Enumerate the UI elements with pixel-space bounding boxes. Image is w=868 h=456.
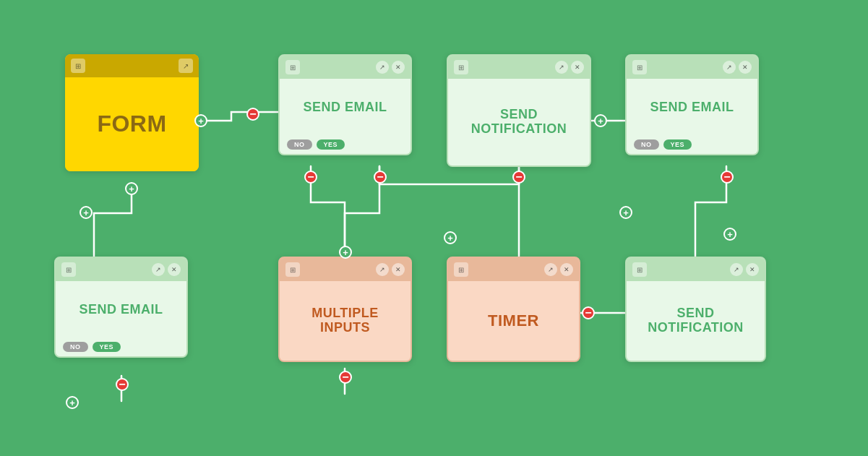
- se3-right-plus[interactable]: +: [619, 206, 632, 219]
- se1-edit-btn[interactable]: ↗: [376, 61, 389, 74]
- form-header: ⊞ ↗: [65, 54, 199, 77]
- se1-yes-badge: YES: [317, 139, 345, 150]
- mi-top-plus[interactable]: +: [339, 246, 352, 259]
- se3-yes-minus[interactable]: −: [721, 171, 734, 184]
- sn2-view-icon[interactable]: ⊞: [632, 262, 647, 277]
- sn1-right-plus[interactable]: +: [594, 114, 607, 127]
- send-email-2-header: ⊞ ↗ ✕: [56, 258, 186, 281]
- form-bottom-plus[interactable]: +: [125, 182, 138, 195]
- se2-bottom-minus[interactable]: −: [116, 378, 129, 391]
- sn1-bottom-minus[interactable]: −: [512, 171, 525, 184]
- send-notification-2-body: SEND NOTIFICATION: [627, 281, 765, 361]
- form-body: FORM: [65, 77, 199, 171]
- send-email-2-title: SEND EMAIL: [79, 303, 163, 317]
- mi-view-icon[interactable]: ⊞: [285, 262, 300, 277]
- form-title: FORM: [97, 111, 166, 137]
- timer-edit-btn[interactable]: ↗: [544, 263, 557, 276]
- se1-yes-minus[interactable]: −: [374, 171, 387, 184]
- sn2-edit-btn[interactable]: ↗: [730, 263, 743, 276]
- timer-right-minus[interactable]: −: [582, 306, 595, 319]
- form-view-icon[interactable]: ⊞: [71, 59, 85, 73]
- send-notification-2-header: ⊞ ↗ ✕: [627, 258, 765, 281]
- mi-edit-btn[interactable]: ↗: [376, 263, 389, 276]
- send-notification-1-body: SEND NOTIFICATION: [448, 79, 590, 165]
- send-email-3-footer: NO YES: [627, 137, 757, 154]
- timer-body: TIMER: [448, 281, 579, 361]
- form-right-plus[interactable]: +: [194, 114, 207, 127]
- se3-no-badge: NO: [634, 139, 659, 150]
- send-email-3-header: ⊞ ↗ ✕: [627, 56, 757, 79]
- se2-bottom-plus[interactable]: +: [66, 396, 79, 409]
- send-email-2-footer: NO YES: [56, 339, 186, 356]
- se1-close-btn[interactable]: ✕: [392, 61, 405, 74]
- timer-title: TIMER: [488, 312, 539, 330]
- sn1-edit-btn[interactable]: ↗: [555, 61, 568, 74]
- send-notification-1-header: ⊞ ↗ ✕: [448, 56, 590, 79]
- sn1-view-icon[interactable]: ⊞: [454, 60, 468, 74]
- se2-yes-badge: YES: [93, 342, 121, 352]
- se1-no-minus[interactable]: −: [304, 171, 317, 184]
- send-email-1-footer: NO YES: [280, 137, 411, 154]
- mi-close-btn[interactable]: ✕: [392, 263, 405, 276]
- workflow-canvas: ⊞ ↗ FORM ⊞ ↗ ✕ SEND EMAIL NO YES ⊞ ↗ ✕ S…: [0, 0, 868, 456]
- se3-close-btn[interactable]: ✕: [739, 61, 752, 74]
- send-email-1-title: SEND EMAIL: [303, 100, 387, 115]
- form-se2-plus[interactable]: +: [80, 206, 93, 219]
- timer-header: ⊞ ↗ ✕: [448, 258, 579, 281]
- form-se1-minus[interactable]: −: [246, 108, 259, 121]
- send-email-3-node: ⊞ ↗ ✕ SEND EMAIL NO YES: [625, 54, 759, 155]
- multiple-inputs-title: MULTIPLE INPUTS: [291, 306, 399, 335]
- send-notification-2-node: ⊞ ↗ ✕ SEND NOTIFICATION: [625, 257, 766, 362]
- se3-yes-badge: YES: [663, 139, 692, 150]
- se2-no-badge: NO: [63, 342, 88, 352]
- se3-no-plus[interactable]: +: [723, 228, 736, 241]
- send-email-3-body: SEND EMAIL: [627, 79, 757, 137]
- multiple-inputs-body: MULTIPLE INPUTS: [280, 281, 411, 361]
- send-email-1-header: ⊞ ↗ ✕: [280, 56, 411, 79]
- mi-bottom-minus[interactable]: −: [339, 371, 352, 384]
- form-edit-icon[interactable]: ↗: [179, 59, 193, 73]
- timer-view-icon[interactable]: ⊞: [454, 262, 468, 277]
- se2-close-btn[interactable]: ✕: [168, 263, 181, 276]
- sn1-close-btn[interactable]: ✕: [571, 61, 584, 74]
- send-notification-2-title: SEND NOTIFICATION: [638, 306, 753, 335]
- send-email-1-body: SEND EMAIL: [280, 79, 411, 137]
- se3-view-icon[interactable]: ⊞: [632, 60, 647, 74]
- se2-view-icon[interactable]: ⊞: [61, 262, 76, 277]
- sn1-bottom-plus[interactable]: +: [444, 231, 457, 244]
- timer-node: ⊞ ↗ ✕ TIMER: [447, 257, 580, 362]
- sn2-close-btn[interactable]: ✕: [746, 263, 759, 276]
- send-notification-1-node: ⊞ ↗ ✕ SEND NOTIFICATION: [447, 54, 591, 167]
- multiple-inputs-node: ⊞ ↗ ✕ MULTIPLE INPUTS: [278, 257, 412, 362]
- send-email-3-title: SEND EMAIL: [650, 100, 734, 115]
- multiple-inputs-header: ⊞ ↗ ✕: [280, 258, 411, 281]
- se3-edit-btn[interactable]: ↗: [723, 61, 736, 74]
- send-email-2-node: ⊞ ↗ ✕ SEND EMAIL NO YES: [54, 257, 188, 358]
- send-email-1-node: ⊞ ↗ ✕ SEND EMAIL NO YES: [278, 54, 412, 155]
- se2-edit-btn[interactable]: ↗: [152, 263, 165, 276]
- send-notification-1-title: SEND NOTIFICATION: [460, 108, 578, 137]
- send-email-2-body: SEND EMAIL: [56, 281, 186, 339]
- se1-view-icon[interactable]: ⊞: [285, 60, 300, 74]
- form-node: ⊞ ↗ FORM: [65, 54, 199, 171]
- timer-close-btn[interactable]: ✕: [560, 263, 573, 276]
- se1-no-badge: NO: [287, 139, 312, 150]
